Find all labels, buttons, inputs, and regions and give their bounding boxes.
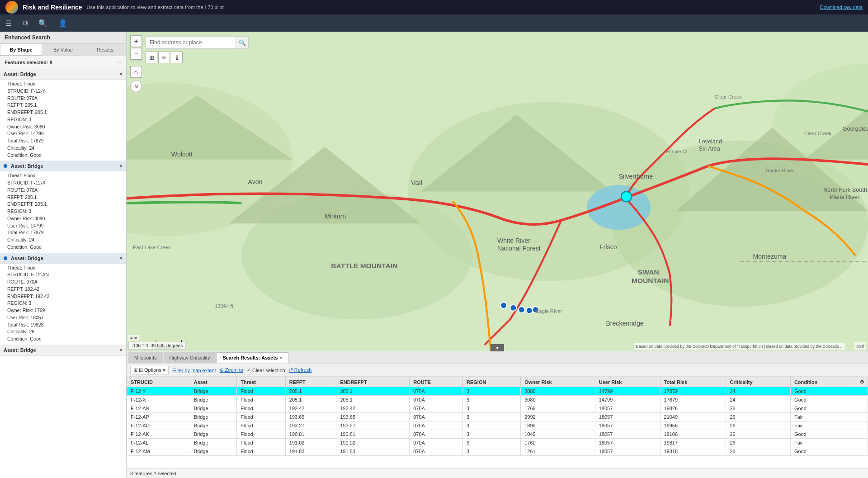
condition-cell: Good (790, 404, 856, 413)
total-risk-cell: 19826 (660, 404, 726, 413)
features-more-btn[interactable]: ··· (116, 59, 122, 66)
enhanced-search-title: Enhanced Search (0, 32, 126, 44)
tab-close-btn[interactable]: × (279, 355, 282, 360)
map-expand-btn[interactable]: ▼ (491, 344, 504, 351)
owner-risk-cell: 1769 (521, 404, 595, 413)
feature-threat: Threat: Flood (7, 80, 123, 88)
route-cell: 070A (410, 413, 463, 421)
zoom-in-btn[interactable]: + (130, 35, 142, 47)
tab-search-results-assets[interactable]: Search Results: Assets × (217, 352, 288, 363)
layers-icon[interactable]: ⧉ (21, 17, 29, 29)
search-tabs: By Shape By Value Results (0, 44, 126, 56)
feature-asset-label: Asset: Bridge (11, 256, 43, 261)
refresh-btn[interactable]: ↺ Refresh (289, 367, 312, 373)
asset-cell: Bridge (190, 421, 237, 430)
map-search-input[interactable] (146, 36, 236, 49)
feature-close-btn[interactable]: × (119, 347, 123, 353)
table-row[interactable]: F-12-AMBridgeFlood191.83191.83070A312611… (127, 447, 868, 456)
svg-text:SWAN: SWAN (638, 268, 659, 276)
svg-text:Platte River: Platte River (830, 194, 860, 200)
refpt-cell: 205.1 (285, 387, 336, 396)
condition-cell: Good (790, 447, 856, 456)
table-row[interactable]: F-12-ANBridgeFlood192.42192.42070A317691… (127, 404, 868, 413)
col-region[interactable]: REGION (463, 377, 521, 387)
status-bar: 8 features 1 selected (127, 468, 868, 478)
basemap-toggle-btn[interactable]: ⊞ (146, 52, 157, 63)
table-row[interactable]: F-12-XBridgeFlood205.1205.1070A330801479… (127, 396, 868, 404)
feature-criticality: Criticality: 24 (7, 145, 123, 152)
owner-risk-cell: 1049 (521, 430, 595, 439)
table-row[interactable]: F-12-AKBridgeFlood190.81190.81070A310491… (127, 430, 868, 439)
col-refpt[interactable]: REFPT (285, 377, 336, 387)
right-column: Wolcott Avon Minturn Vail BATTLE MOUNTAI… (127, 32, 868, 478)
info-btn[interactable]: ℹ (171, 52, 183, 63)
tab-milepoints[interactable]: Milepoints (128, 352, 163, 363)
col-strucid[interactable]: STRUCID (127, 377, 190, 387)
col-condition[interactable]: Condition (790, 377, 856, 387)
asset-cell: Bridge (190, 404, 237, 413)
feature-dot-icon (4, 164, 7, 168)
condition-cell: Good (790, 387, 856, 396)
map-search-bar: 🔍 (146, 36, 249, 49)
feature-close-btn[interactable]: × (119, 163, 123, 169)
feature-close-btn[interactable]: × (119, 71, 123, 77)
tab-highway-criticality[interactable]: Highway Criticality (164, 352, 216, 363)
zoom-to-btn[interactable]: ⊕ Zoom to (220, 367, 243, 373)
zoom-out-btn[interactable]: − (130, 48, 142, 60)
map-search-button[interactable]: 🔍 (236, 36, 249, 49)
options-btn[interactable]: ⊞ ⊞ Options ▾ (130, 366, 169, 374)
route-cell: 070A (410, 396, 463, 404)
filter-extent-btn[interactable]: Filter by map extent (172, 368, 216, 373)
asset-cell: Bridge (190, 430, 237, 439)
map-compass[interactable]: N (130, 80, 142, 92)
route-cell: 070A (410, 430, 463, 439)
expand-cell (856, 421, 868, 430)
svg-point-12 (500, 302, 507, 308)
owner-risk-cell: 3080 (521, 396, 595, 404)
feature-refpt: REFPT: 205.1 (7, 194, 123, 201)
profile-icon[interactable]: 👤 (57, 17, 69, 29)
region-cell: 3 (463, 430, 521, 439)
col-route[interactable]: ROUTE (410, 377, 463, 387)
tab-by-value[interactable]: By Value (42, 44, 84, 56)
table-row[interactable]: F-12-AOBridgeFlood193.27193.27070A318991… (127, 421, 868, 430)
feature-asset-label: Asset: Bridge (11, 163, 43, 169)
svg-text:Wolcott: Wolcott (171, 151, 193, 158)
menu-icon[interactable]: ☰ (4, 17, 14, 29)
svg-text:Frisco: Frisco (599, 243, 617, 251)
tab-results[interactable]: Results (84, 44, 126, 56)
tab-by-shape[interactable]: By Shape (0, 44, 42, 56)
col-user-risk[interactable]: User Risk (595, 377, 660, 387)
table-row[interactable]: F-12-YBridgeFlood205.1205.1070A330801479… (127, 387, 868, 396)
table-row[interactable]: F-12-ALBridgeFlood191.02191.02070A317601… (127, 439, 868, 447)
threat-cell: Flood (237, 447, 285, 456)
header-left: Risk and Resilience Use this application… (5, 1, 224, 14)
col-total-risk[interactable]: Total Risk (660, 377, 726, 387)
feature-region: REGION: 3 (7, 116, 123, 123)
draw-btn[interactable]: ✏ (158, 52, 170, 63)
col-asset[interactable]: Asset (190, 377, 237, 387)
col-criticality[interactable]: Criticality (726, 377, 790, 387)
table-row[interactable]: F-12-APBridgeFlood193.65193.65070A329921… (127, 413, 868, 421)
col-owner-risk[interactable]: Owner Risk (521, 377, 595, 387)
feature-strucid: STRUCID: F-12-X (7, 180, 123, 187)
map-area[interactable]: Wolcott Avon Minturn Vail BATTLE MOUNTAI… (127, 32, 868, 351)
data-table-container[interactable]: STRUCID Asset Threat REFPT ENDREFPT ROUT… (127, 377, 868, 468)
endrefpt-cell: 193.27 (336, 421, 410, 430)
condition-cell: Fair (790, 413, 856, 421)
svg-text:Montezuma: Montezuma (753, 253, 787, 260)
criticality-cell: 26 (726, 413, 790, 421)
feature-close-btn[interactable]: × (119, 255, 123, 261)
col-endrefpt[interactable]: ENDREFPT (336, 377, 410, 387)
region-cell: 3 (463, 387, 521, 396)
download-link[interactable]: Download raw data (820, 5, 863, 10)
search-icon[interactable]: 🔍 (37, 17, 49, 29)
feature-body: Threat: Flood STRUCID: F-12-Y ROUTE: 070… (0, 80, 126, 161)
col-threat[interactable]: Threat (237, 377, 285, 387)
endrefpt-cell: 191.02 (336, 439, 410, 447)
svg-text:Avon: Avon (248, 178, 263, 185)
map-home-btn[interactable]: ⌂ (130, 66, 142, 78)
feature-condition: Condition: Good (7, 152, 123, 159)
clear-selection-btn[interactable]: ✓ Clear selection (247, 367, 285, 373)
region-cell: 3 (463, 439, 521, 447)
